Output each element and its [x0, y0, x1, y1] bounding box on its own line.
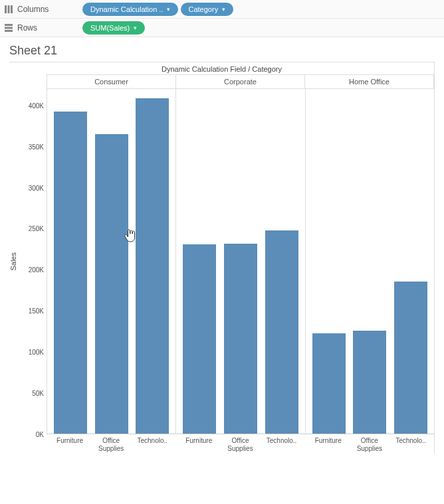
y-tick-label: 300K [23, 184, 44, 191]
axis-title-top: Dynamic Calculation Field / Category [9, 62, 434, 74]
y-axis-title: Sales [9, 252, 20, 271]
columns-shelf[interactable]: Columns Dynamic Calculation ..▾ Category… [0, 0, 444, 19]
category-group: FurnitureOfficeSuppliesTechnolo.. [47, 434, 175, 454]
y-tick-label: 50K [23, 390, 44, 397]
y-tick-label: 250K [23, 225, 44, 232]
category-label[interactable]: Technolo.. [394, 437, 427, 452]
category-label[interactable]: Technolo.. [265, 437, 298, 452]
chevron-down-icon: ▾ [222, 6, 225, 13]
category-label[interactable]: OfficeSupplies [353, 437, 386, 452]
columns-shelf-label: Columns [17, 5, 49, 14]
group-header-row: ConsumerCorporateHome Office [47, 74, 434, 89]
rows-shelf-label: Rows [17, 23, 37, 33]
chevron-down-icon: ▾ [134, 25, 137, 31]
category-label[interactable]: Furniture [312, 437, 345, 452]
rows-shelf-label-wrap: Rows [4, 23, 77, 33]
chart-bar[interactable] [224, 244, 257, 434]
pill[interactable]: Category▾ [181, 3, 234, 16]
plot-area[interactable] [47, 89, 434, 434]
chart-panel [175, 89, 304, 434]
chart: Dynamic Calculation Field / Category Con… [9, 62, 435, 454]
chart-bar[interactable] [265, 230, 298, 434]
chart-panel [305, 89, 434, 434]
svg-rect-5 [5, 30, 13, 32]
columns-icon [4, 5, 13, 14]
svg-rect-4 [5, 27, 13, 29]
category-label-row: FurnitureOfficeSuppliesTechnolo..Furnitu… [47, 434, 434, 454]
chevron-down-icon: ▾ [167, 6, 170, 13]
y-tick-label: 350K [23, 143, 44, 150]
chart-bar[interactable] [95, 134, 128, 434]
category-label[interactable]: Furniture [182, 437, 215, 452]
category-label[interactable]: Technolo.. [136, 437, 169, 452]
svg-rect-0 [5, 5, 7, 13]
y-tick-label: 0K [23, 431, 44, 438]
category-label[interactable]: Furniture [53, 437, 86, 452]
y-tick-label: 400K [23, 102, 44, 109]
chart-bar[interactable] [54, 112, 87, 434]
chart-panel [47, 89, 175, 434]
group-header[interactable]: Corporate [175, 74, 304, 89]
chart-bar[interactable] [353, 331, 386, 434]
chart-bar[interactable] [312, 333, 346, 434]
group-header[interactable]: Consumer [47, 74, 175, 89]
category-group: FurnitureOfficeSuppliesTechnolo.. [305, 434, 434, 454]
y-tick-label: 150K [23, 307, 44, 315]
category-label[interactable]: OfficeSupplies [94, 437, 128, 452]
rows-icon [4, 23, 13, 33]
y-tick-label: 100K [23, 349, 44, 356]
chart-bar[interactable] [136, 98, 169, 434]
pill[interactable]: SUM(Sales)▾ [82, 21, 145, 35]
y-axis: Sales 0K50K100K150K200K250K300K350K400K [9, 89, 47, 434]
chart-bar[interactable] [183, 244, 216, 434]
columns-shelf-label-wrap: Columns [4, 5, 77, 14]
pill[interactable]: Dynamic Calculation ..▾ [82, 3, 178, 16]
group-header[interactable]: Home Office [304, 74, 434, 89]
category-group: FurnitureOfficeSuppliesTechnolo.. [175, 434, 304, 454]
svg-rect-1 [8, 5, 10, 13]
category-label[interactable]: OfficeSupplies [223, 437, 257, 452]
rows-shelf[interactable]: Rows SUM(Sales)▾ [0, 19, 444, 37]
sheet-area: Sheet 21 Dynamic Calculation Field / Cat… [0, 37, 444, 459]
svg-rect-3 [5, 24, 13, 26]
sheet-title[interactable]: Sheet 21 [9, 44, 435, 58]
chart-bar[interactable] [394, 282, 427, 434]
svg-rect-2 [11, 5, 13, 13]
y-tick-label: 200K [23, 266, 44, 274]
y-axis-ticks: 0K50K100K150K200K250K300K350K400K [20, 89, 47, 434]
